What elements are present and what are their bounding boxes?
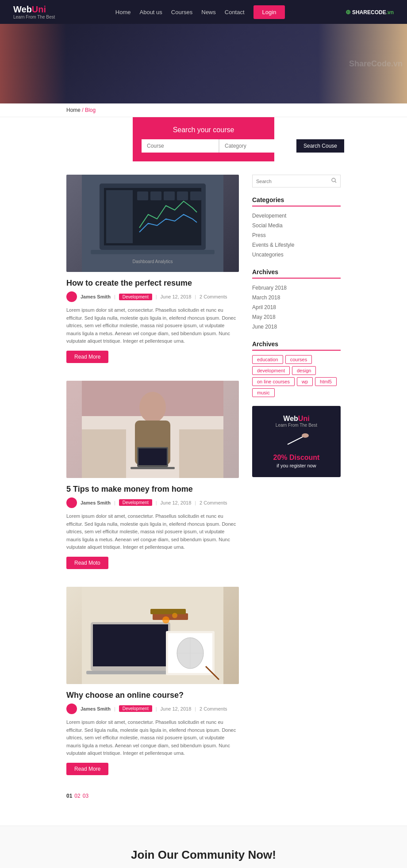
archive-item-3[interactable]: May 2018 [252, 312, 341, 322]
author-avatar-2 [66, 497, 77, 508]
author-name-1: James Smith [81, 294, 111, 299]
post-tag-2[interactable]: Development [119, 499, 152, 506]
page-3[interactable]: 03 [83, 793, 88, 799]
author-avatar-3 [66, 704, 77, 714]
sidebar-archives: Archives February 2018 March 2018 April … [252, 268, 341, 332]
post-comments-3: 2 Comments [200, 706, 227, 711]
category-item-0[interactable]: Developement [252, 211, 341, 221]
svg-rect-32 [150, 609, 186, 614]
read-more-button-1[interactable]: Read More [66, 351, 108, 363]
nav-home[interactable]: Home [115, 9, 131, 15]
nav-about[interactable]: About us [140, 9, 162, 15]
tag-6[interactable]: html5 [315, 377, 337, 386]
svg-rect-7 [164, 191, 175, 200]
breadcrumb-home[interactable]: Home [66, 107, 81, 113]
tag-4[interactable]: on line courses [252, 377, 295, 386]
discount-percent: 20% Discount [261, 454, 332, 462]
page-1[interactable]: 01 [66, 793, 72, 799]
svg-rect-3 [106, 190, 133, 243]
nav-news[interactable]: News [201, 9, 216, 15]
search-button[interactable]: Search Couse [296, 139, 344, 153]
category-item-3[interactable]: Events & Lifestyle [252, 240, 341, 250]
post-excerpt-2: Lorem ipsum dolor sit amet, consectetur.… [66, 512, 239, 551]
community-title: Join Our Community Now! [9, 848, 398, 862]
post-meta-2: James Smith | Development | June 12, 201… [66, 497, 239, 508]
nav-contact[interactable]: Contact [225, 9, 245, 15]
sidebar-search-input[interactable] [253, 175, 328, 187]
post-meta-1: James Smith | Development | June 12, 201… [66, 291, 239, 302]
categories-title: Categories [252, 196, 341, 206]
post-title-1: How to create the perfect resume [66, 279, 239, 288]
post-meta-3: James Smith | Development | June 12, 201… [66, 704, 239, 714]
post-image-2 [66, 381, 239, 478]
read-more-button-3[interactable]: Read More [66, 763, 108, 775]
archives-title: Archives [252, 268, 341, 279]
discount-caption: if you register now [261, 463, 332, 468]
discount-brand-accent: Uni [298, 415, 310, 422]
breadcrumb-current: Blog [85, 107, 96, 113]
tag-7[interactable]: music [252, 388, 275, 397]
discount-sub: Learn From The Best [261, 423, 332, 428]
course-input[interactable] [142, 139, 219, 153]
post-tag-1[interactable]: Development [119, 294, 152, 300]
community-section: Join Our Community Now! Lorem ipsum dolo… [0, 826, 407, 868]
tags-container: education courses development design on … [252, 355, 341, 397]
post-date-3: June 12, 2018 [161, 706, 192, 711]
sharecode-logo-header: ⊕ SHARECODE.vn [346, 8, 394, 15]
svg-text:Dashboard Analytics: Dashboard Analytics [132, 259, 173, 264]
category-item-4[interactable]: Uncategories [252, 250, 341, 260]
archive-item-0[interactable]: February 2018 [252, 283, 341, 293]
post-date-1: June 12, 2018 [161, 294, 192, 299]
search-section: Search your course Search Couse [133, 117, 274, 161]
nav-courses[interactable]: Courses [171, 9, 192, 15]
post-comments-2: 2 Comments [200, 500, 227, 505]
tag-5[interactable]: wp [297, 377, 313, 386]
writing-hand-icon [283, 431, 310, 449]
svg-point-34 [172, 613, 177, 618]
sidebar: Categories Developement Social Media Pre… [252, 175, 341, 812]
archive-item-4[interactable]: June 2018 [252, 322, 341, 332]
category-item-2[interactable]: Press [252, 230, 341, 240]
archive-item-1[interactable]: March 2018 [252, 293, 341, 302]
svg-rect-6 [150, 191, 161, 200]
hero-hand-decoration [319, 24, 407, 103]
login-button[interactable]: Login [253, 5, 285, 19]
logo-subtitle: Learn From The Best [13, 15, 55, 19]
sidebar-tags: Archives education courses development d… [252, 340, 341, 397]
categories-list: Developement Social Media Press Events &… [252, 211, 341, 260]
tag-2[interactable]: development [252, 366, 290, 375]
logo: WebUni [13, 4, 55, 15]
category-item-1[interactable]: Social Media [252, 221, 341, 230]
read-more-button-2[interactable]: Read Moto [66, 557, 108, 569]
search-title: Search your course [142, 126, 265, 134]
category-input[interactable] [219, 139, 296, 153]
archives-list: February 2018 March 2018 April 2018 May … [252, 283, 341, 332]
svg-rect-23 [93, 624, 168, 666]
tag-3[interactable]: design [292, 366, 316, 375]
blog-post-1: Dashboard Analytics How to create the pe… [66, 175, 239, 363]
discount-banner: WebUni Learn From The Best 20% Discount … [252, 406, 341, 477]
post-date-2: June 12, 2018 [161, 500, 192, 505]
svg-point-14 [139, 392, 166, 423]
tag-1[interactable]: courses [285, 355, 312, 364]
hero-banner: ShareCode.vn [0, 24, 407, 103]
post-title-2: 5 Tips to make money from home [66, 485, 239, 494]
svg-rect-5 [137, 191, 148, 200]
search-icon [331, 178, 337, 183]
pagination: 01 02 03 [66, 793, 239, 799]
sidebar-search [252, 175, 341, 187]
page-2[interactable]: 02 [74, 793, 80, 799]
svg-rect-31 [153, 613, 188, 620]
sidebar-categories: Categories Developement Social Media Pre… [252, 196, 341, 260]
sidebar-search-button[interactable] [328, 175, 340, 187]
header: WebUni Learn From The Best Home About us… [0, 0, 407, 24]
main-nav: Home About us Courses News Contact Login [115, 5, 285, 19]
archive-item-2[interactable]: April 2018 [252, 302, 341, 312]
content-area: Dashboard Analytics How to create the pe… [66, 175, 239, 812]
author-name-2: James Smith [81, 500, 111, 505]
logo-area: WebUni Learn From The Best [13, 4, 55, 19]
post-tag-3[interactable]: Development [119, 705, 152, 712]
breadcrumb: Home / Blog [0, 103, 407, 117]
tag-0[interactable]: education [252, 355, 283, 364]
tags-title: Archives [252, 340, 341, 351]
